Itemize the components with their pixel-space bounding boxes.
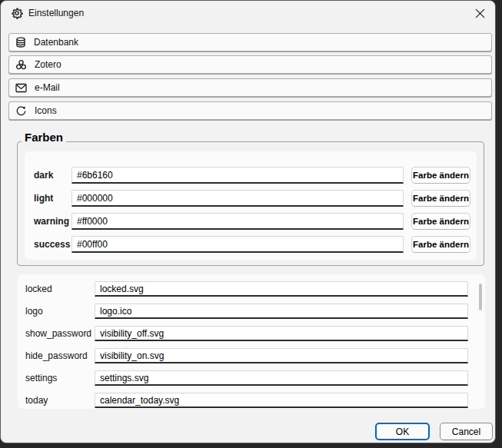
farben-groupbox: Farben dark Farbe ändern light Farbe änd… — [17, 141, 484, 266]
database-icon — [15, 37, 26, 48]
section-label: Datenbank — [34, 37, 78, 48]
color-label: dark — [34, 170, 53, 181]
icon-file-input[interactable] — [95, 304, 468, 319]
icon-file-input[interactable] — [95, 326, 468, 341]
color-row-light: light Farbe ändern — [25, 190, 477, 207]
icon-row-show-password: show_password — [18, 326, 485, 341]
color-row-success: success Farbe ändern — [25, 236, 477, 253]
vertical-scrollbar-thumb[interactable] — [479, 284, 482, 310]
change-color-button[interactable]: Farbe ändern — [411, 213, 470, 230]
mail-icon — [15, 83, 27, 93]
section-header-icons[interactable]: Icons — [8, 101, 492, 120]
icon-row-logo: logo — [18, 304, 485, 319]
change-color-button[interactable]: Farbe ändern — [411, 167, 470, 184]
icon-row-locked: locked — [18, 281, 485, 297]
section-header-datenbank[interactable]: Datenbank — [8, 33, 492, 51]
icon-key-label: logo — [25, 306, 43, 317]
color-value-input[interactable] — [71, 236, 404, 253]
close-button[interactable] — [466, 3, 494, 23]
icon-file-input[interactable] — [95, 370, 468, 386]
ok-button[interactable]: OK — [375, 423, 430, 440]
color-row-warning: warning Farbe ändern — [25, 213, 477, 230]
icon-key-label: settings — [25, 373, 57, 383]
icon-file-input[interactable] — [95, 393, 468, 408]
settings-dialog: Einstellungen Datenbank Zotero e-Mail — [0, 0, 496, 443]
icon-row-hide-password: hide_password — [18, 348, 485, 363]
icon-key-label: today — [25, 395, 48, 406]
icon-key-label: hide_password — [25, 350, 88, 361]
icon-file-input[interactable] — [95, 348, 468, 363]
icon-key-label: locked — [25, 284, 52, 294]
change-color-button[interactable]: Farbe ändern — [411, 190, 470, 207]
section-label: Icons — [35, 105, 57, 116]
color-label: success — [34, 239, 70, 250]
color-row-dark: dark Farbe ändern — [25, 167, 477, 184]
icon-file-input[interactable] — [95, 281, 468, 297]
farben-title: Farben — [22, 131, 66, 144]
section-label: Zotero — [35, 59, 62, 70]
color-label: warning — [34, 216, 69, 227]
color-value-input[interactable] — [71, 190, 404, 207]
icon-row-today: today — [18, 393, 485, 408]
color-label: light — [34, 193, 53, 204]
close-icon — [475, 8, 485, 18]
gear-icon — [11, 7, 23, 19]
title-bar: Einstellungen — [1, 1, 495, 25]
section-header-email[interactable]: e-Mail — [8, 78, 492, 97]
cancel-button[interactable]: Cancel — [440, 423, 493, 440]
colors-panel: dark Farbe ändern light Farbe ändern war… — [25, 151, 477, 260]
color-value-input[interactable] — [71, 167, 404, 184]
change-color-button[interactable]: Farbe ändern — [411, 236, 470, 253]
refresh-icon — [15, 105, 27, 117]
color-value-input[interactable] — [71, 213, 404, 230]
section-label: e-Mail — [35, 82, 60, 93]
window-title: Einstellungen — [28, 8, 84, 18]
icon-key-label: show_password — [25, 328, 91, 339]
section-header-zotero[interactable]: Zotero — [8, 55, 492, 74]
icons-list-panel: locked logo show_password hide_password … — [18, 274, 485, 409]
icon-row-settings: settings — [18, 370, 485, 386]
zotero-icon — [15, 59, 27, 71]
